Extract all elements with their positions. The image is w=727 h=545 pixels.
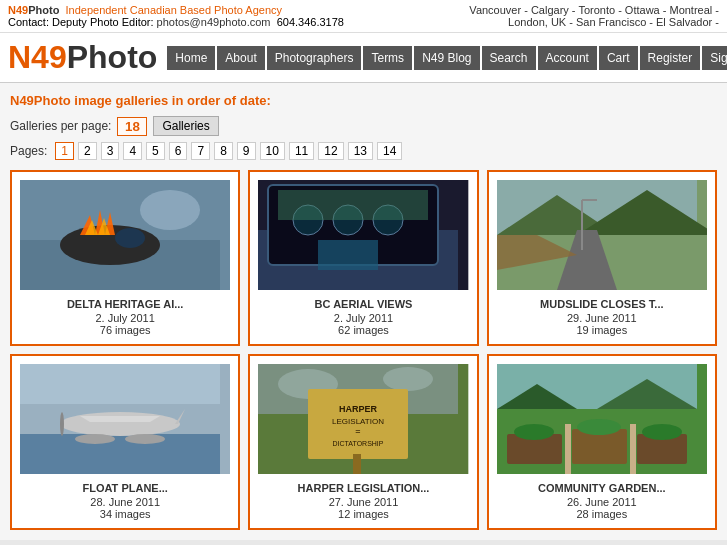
page-button-4[interactable]: 4 [123, 142, 142, 160]
gallery-count: 28 images [576, 508, 627, 520]
per-page-label: Galleries per page: [10, 119, 111, 133]
gallery-title: FLOAT PLANE... [82, 482, 167, 494]
svg-point-2 [140, 190, 200, 230]
nav-item-sign-in[interactable]: Sign In [702, 46, 727, 70]
svg-point-30 [60, 412, 64, 436]
gallery-heading: N49Photo image galleries in order of dat… [10, 93, 717, 108]
logo-n49: N49 [8, 39, 67, 75]
page-button-5[interactable]: 5 [146, 142, 165, 160]
svg-rect-13 [318, 240, 378, 270]
svg-point-49 [514, 424, 554, 440]
svg-rect-14 [278, 190, 428, 220]
gallery-count: 19 images [576, 324, 627, 336]
svg-rect-24 [20, 434, 220, 474]
gallery-thumbnail: HARPER LEGISLATION = DICTATORSHIP [258, 364, 468, 474]
nav-item-cart[interactable]: Cart [599, 46, 638, 70]
page-button-10[interactable]: 10 [260, 142, 285, 160]
page-button-13[interactable]: 13 [348, 142, 373, 160]
page-button-6[interactable]: 6 [169, 142, 188, 160]
svg-point-25 [60, 412, 180, 436]
gallery-date: 29. June 2011 [567, 312, 637, 324]
header: N49Photo HomeAboutPhotographersTermsN49 … [0, 33, 727, 83]
contact-phone: 604.346.3178 [277, 16, 344, 28]
page-button-9[interactable]: 9 [237, 142, 256, 160]
logo-photo: Photo [67, 39, 158, 75]
per-page-row: Galleries per page: Galleries [10, 116, 717, 136]
svg-point-6 [115, 228, 145, 248]
gallery-thumbnail [20, 180, 230, 290]
contact-label: Contact: Deputy Photo Editor: [8, 16, 154, 28]
nav-item-account[interactable]: Account [538, 46, 597, 70]
gallery-title: COMMUNITY GARDEN... [538, 482, 666, 494]
gallery-thumbnail [497, 364, 707, 474]
locations-line1: Vancouver - Calgary - Toronto - Ottawa -… [469, 4, 719, 16]
svg-rect-41 [353, 454, 361, 474]
nav-item-about[interactable]: About [217, 46, 264, 70]
nav-item-register[interactable]: Register [640, 46, 701, 70]
top-bar: N49Photo Independent Canadian Based Phot… [0, 0, 727, 33]
gallery-title: HARPER LEGISLATION... [298, 482, 430, 494]
contact-email[interactable]: photos@n49photo.com [157, 16, 271, 28]
logo-photo-small: Photo [28, 4, 59, 16]
gallery-title: DELTA HERITAGE AI... [67, 298, 184, 310]
svg-rect-31 [20, 364, 220, 404]
page-button-7[interactable]: 7 [191, 142, 210, 160]
page-button-12[interactable]: 12 [318, 142, 343, 160]
gallery-card[interactable]: COMMUNITY GARDEN...26. June 201128 image… [487, 354, 717, 530]
pages-label: Pages: [10, 144, 47, 158]
svg-rect-52 [565, 424, 571, 474]
galleries-button[interactable]: Galleries [153, 116, 218, 136]
gallery-card[interactable]: DELTA HERITAGE AI...2. July 201176 image… [10, 170, 240, 346]
nav-item-search[interactable]: Search [482, 46, 536, 70]
locations-line2: London, UK - San Francisco - El Salvador… [508, 16, 719, 28]
gallery-title: BC AERIAL VIEWS [315, 298, 413, 310]
svg-point-29 [125, 434, 165, 444]
top-bar-left: N49Photo Independent Canadian Based Phot… [8, 4, 344, 28]
gallery-thumbnail [497, 180, 707, 290]
gallery-card[interactable]: MUDSLIDE CLOSES T...29. June 201119 imag… [487, 170, 717, 346]
logo-n49-small: N49 [8, 4, 28, 16]
main-content: N49Photo image galleries in order of dat… [0, 83, 727, 540]
gallery-card[interactable]: FLOAT PLANE...28. June 201134 images [10, 354, 240, 530]
svg-text:LEGISLATION: LEGISLATION [332, 417, 384, 426]
page-button-1[interactable]: 1 [55, 142, 74, 160]
tagline: Independent Canadian Based Photo Agency [65, 4, 282, 16]
nav-item-terms[interactable]: Terms [363, 46, 412, 70]
svg-point-35 [383, 367, 433, 391]
gallery-card[interactable]: HARPER LEGISLATION = DICTATORSHIP HARPER… [248, 354, 478, 530]
gallery-count: 12 images [338, 508, 389, 520]
gallery-date: 2. July 2011 [334, 312, 393, 324]
gallery-count: 34 images [100, 508, 151, 520]
svg-point-28 [75, 434, 115, 444]
nav-item-home[interactable]: Home [167, 46, 215, 70]
svg-point-51 [642, 424, 682, 440]
page-button-2[interactable]: 2 [78, 142, 97, 160]
page-button-14[interactable]: 14 [377, 142, 402, 160]
nav-item-photographers[interactable]: Photographers [267, 46, 362, 70]
svg-rect-53 [630, 424, 636, 474]
gallery-count: 62 images [338, 324, 389, 336]
svg-text:DICTATORSHIP: DICTATORSHIP [333, 440, 384, 447]
gallery-card[interactable]: BC AERIAL VIEWS2. July 201162 images [248, 170, 478, 346]
page-button-3[interactable]: 3 [101, 142, 120, 160]
gallery-date: 26. June 2011 [567, 496, 637, 508]
page-button-8[interactable]: 8 [214, 142, 233, 160]
gallery-grid: DELTA HERITAGE AI...2. July 201176 image… [10, 170, 717, 530]
per-page-input[interactable] [117, 117, 147, 136]
gallery-thumbnail [258, 180, 468, 290]
svg-marker-26 [80, 416, 160, 422]
svg-text:=: = [356, 426, 361, 436]
page-button-11[interactable]: 11 [289, 142, 314, 160]
nav-item-n49-blog[interactable]: N49 Blog [414, 46, 479, 70]
gallery-date: 2. July 2011 [96, 312, 155, 324]
pages-row: Pages: 1234567891011121314 [10, 142, 717, 160]
nav: HomeAboutPhotographersTermsN49 BlogSearc… [167, 46, 727, 70]
gallery-count: 76 images [100, 324, 151, 336]
svg-text:HARPER: HARPER [339, 404, 378, 414]
logo[interactable]: N49Photo [8, 39, 157, 76]
svg-point-50 [577, 419, 621, 435]
gallery-date: 28. June 2011 [90, 496, 160, 508]
top-bar-right: Vancouver - Calgary - Toronto - Ottawa -… [469, 4, 719, 28]
gallery-date: 27. June 2011 [329, 496, 399, 508]
gallery-title: MUDSLIDE CLOSES T... [540, 298, 663, 310]
